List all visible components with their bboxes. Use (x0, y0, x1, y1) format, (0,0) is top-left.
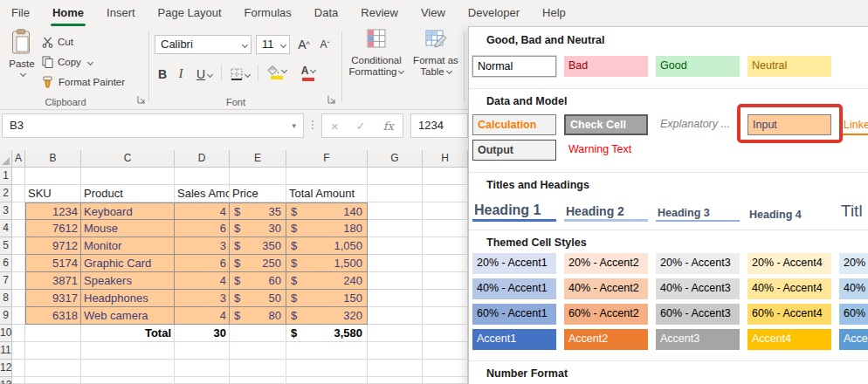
style-chip-40-accent1[interactable]: 40% - Accent1 (472, 278, 556, 299)
cell[interactable]: Speakers (81, 272, 175, 290)
clipboard-dialog-launcher-icon[interactable] (136, 94, 147, 105)
style-chip-heading-2[interactable]: Heading 2 (564, 204, 648, 222)
cell[interactable]: Headphones (81, 290, 175, 307)
style-chip-linked-cell[interactable]: Linke (839, 114, 868, 135)
cell[interactable]: 5174 (25, 255, 81, 272)
cell[interactable]: $320 (286, 307, 368, 325)
tab-help[interactable]: Help (531, 0, 577, 26)
tab-file[interactable]: File (0, 0, 41, 26)
row-header[interactable]: 6 (0, 255, 12, 272)
cell[interactable] (12, 342, 25, 360)
cell[interactable] (368, 360, 423, 377)
formula-input[interactable]: 1234 (410, 113, 468, 138)
cell[interactable] (368, 255, 423, 272)
cell[interactable] (12, 237, 25, 255)
cell[interactable]: $1,500 (286, 255, 368, 272)
cell[interactable] (25, 360, 81, 377)
cell[interactable] (12, 272, 25, 290)
cell[interactable] (368, 342, 423, 360)
cell[interactable]: $60 (230, 272, 286, 290)
style-chip-40-accent5[interactable]: 40% (839, 278, 868, 299)
style-chip-accent2[interactable]: Accent2 (564, 329, 648, 350)
cell[interactable] (423, 342, 468, 360)
cell[interactable] (423, 185, 468, 202)
cell[interactable]: $150 (286, 290, 368, 307)
conditional-formatting-button[interactable]: Conditional Formatting (348, 29, 405, 106)
cell[interactable] (12, 325, 25, 342)
copy-button[interactable]: Copy (42, 53, 93, 71)
cell[interactable] (81, 168, 175, 185)
cell[interactable] (423, 255, 468, 272)
cell[interactable] (230, 377, 286, 384)
style-chip-good[interactable]: Good (656, 56, 740, 77)
row-header[interactable]: 1 (0, 168, 12, 185)
cell[interactable]: $35 (230, 202, 286, 220)
row-header[interactable]: 8 (0, 290, 12, 307)
font-color-button[interactable]: A (294, 63, 322, 82)
format-painter-button[interactable]: Format Painter (42, 73, 125, 91)
cell[interactable]: $350 (230, 237, 286, 255)
cell[interactable] (12, 307, 25, 325)
fill-color-button[interactable] (263, 63, 291, 82)
cell[interactable] (286, 360, 368, 377)
style-chip-40-accent2[interactable]: 40% - Accent2 (564, 278, 648, 299)
column-header[interactable]: D (175, 150, 230, 168)
cell[interactable] (81, 360, 175, 377)
tab-page-layout[interactable]: Page Layout (147, 0, 233, 26)
row-header[interactable]: 7 (0, 272, 12, 290)
tab-view[interactable]: View (410, 0, 457, 26)
cell[interactable] (175, 360, 230, 377)
cell[interactable] (423, 220, 468, 237)
style-chip-20-accent3[interactable]: 20% - Accent3 (656, 253, 740, 274)
cell[interactable]: $80 (230, 307, 286, 325)
style-chip-warning-text[interactable]: Warning Text (564, 140, 648, 161)
cell[interactable] (25, 342, 81, 360)
cell[interactable] (81, 377, 175, 384)
name-box-dropdown-icon[interactable]: ▾ (292, 114, 296, 137)
cell[interactable] (25, 325, 81, 342)
cell[interactable] (230, 360, 286, 377)
column-header[interactable]: C (81, 150, 175, 168)
cell[interactable]: 3 (175, 290, 230, 307)
cell[interactable]: Sales Amc (175, 185, 230, 202)
cell[interactable]: Product (81, 185, 175, 202)
row-header[interactable]: 13 (0, 377, 12, 384)
cell[interactable] (81, 342, 175, 360)
cell[interactable] (230, 168, 286, 185)
style-chip-20-accent4[interactable]: 20% - Accent4 (747, 253, 831, 274)
cell[interactable]: 4 (175, 272, 230, 290)
cell[interactable] (423, 290, 468, 307)
cell[interactable] (368, 290, 423, 307)
cell[interactable] (25, 377, 81, 384)
cell[interactable]: $1,050 (286, 237, 368, 255)
select-all-corner[interactable] (0, 150, 12, 168)
cell[interactable]: Total Amount (286, 185, 368, 202)
column-header[interactable]: G (368, 150, 423, 168)
cell[interactable]: 3 (175, 237, 230, 255)
style-chip-60-accent5[interactable]: 60% (839, 304, 868, 325)
cell[interactable] (368, 202, 423, 220)
cell[interactable] (12, 255, 25, 272)
style-chip-20-accent5[interactable]: 20% (839, 253, 868, 274)
style-chip-calculation[interactable]: Calculation (472, 114, 556, 135)
style-chip-60-accent3[interactable]: 60% - Accent3 (656, 304, 740, 325)
cell[interactable] (286, 377, 368, 384)
cell[interactable]: 4 (175, 307, 230, 325)
italic-button[interactable]: I (174, 65, 188, 84)
cell[interactable]: 3871 (25, 272, 81, 290)
tab-review[interactable]: Review (349, 0, 410, 26)
cell[interactable]: 4 (175, 202, 230, 220)
style-chip-60-accent1[interactable]: 60% - Accent1 (472, 304, 556, 325)
cell[interactable]: Web camera (81, 307, 175, 325)
cell[interactable]: 6318 (25, 307, 81, 325)
cell[interactable]: $30 (230, 220, 286, 237)
cell[interactable]: 9712 (25, 237, 81, 255)
cell[interactable]: 6 (175, 220, 230, 237)
cell[interactable] (423, 360, 468, 377)
style-chip-60-accent4[interactable]: 60% - Accent4 (747, 304, 831, 325)
increase-font-size-button[interactable]: A^ (294, 35, 313, 54)
style-chip-explanatory-text[interactable]: Explanatory ... (656, 114, 740, 135)
cell[interactable] (12, 220, 25, 237)
row-header[interactable]: 10 (0, 325, 12, 342)
style-chip-heading-1[interactable]: Heading 1 (472, 202, 556, 222)
